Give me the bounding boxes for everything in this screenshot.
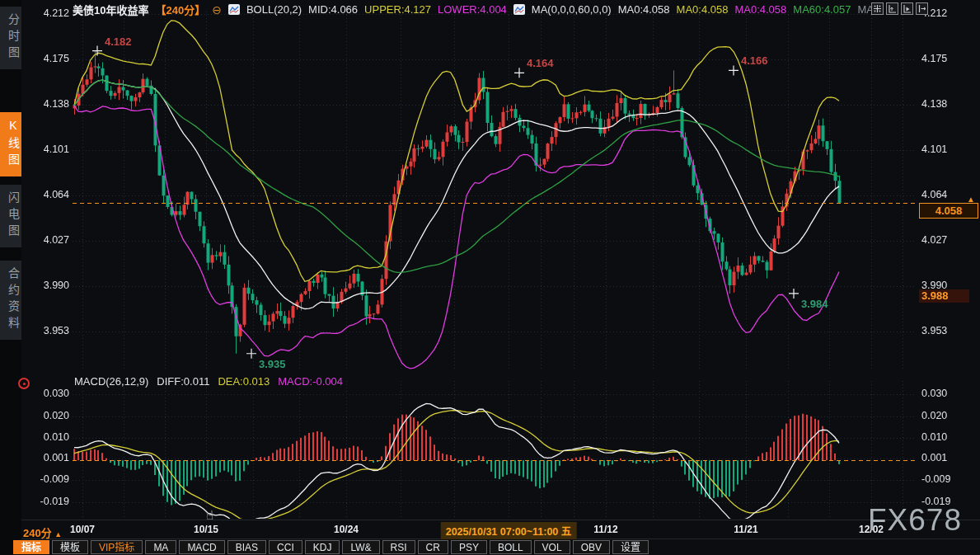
time-tick: 12/02 bbox=[859, 524, 884, 535]
time-tick: 10/07 bbox=[70, 524, 95, 535]
time-tick: 10/15 bbox=[194, 524, 218, 535]
sidebar-item-4[interactable]: 合约资料 bbox=[0, 261, 21, 340]
sidebar: 分时图K线图闪电图合约资料 bbox=[0, 0, 21, 555]
divider-above-time-axis bbox=[21, 520, 980, 520]
boll-lower-value: LOWER:4.004 bbox=[438, 3, 507, 16]
price-tick-right: 4.175 bbox=[921, 53, 947, 64]
toolbar-tab-PSY[interactable]: PSY bbox=[451, 540, 487, 554]
toolbar-tab-LW&[interactable]: LW& bbox=[342, 540, 379, 554]
price-tick-right: 4.101 bbox=[921, 143, 947, 155]
toolbar-tab-KDJ[interactable]: KDJ bbox=[305, 540, 340, 554]
time-tick: 11/21 bbox=[734, 524, 757, 535]
ma60-value: MA60:4.057 bbox=[793, 3, 851, 16]
macd-params-label: MACD(26,12,9) bbox=[74, 375, 148, 388]
time-tick: 10/24 bbox=[334, 524, 359, 535]
toolbar-tab-设置[interactable]: 设置 bbox=[612, 540, 649, 554]
macd-tick-right: -0.009 bbox=[921, 473, 950, 485]
macd-tick-right: -0.019 bbox=[921, 496, 950, 507]
toolbar-tab-VOL[interactable]: VOL bbox=[534, 540, 570, 554]
price-tick-left: 4.064 bbox=[28, 189, 69, 200]
price-tick-right: 4.138 bbox=[921, 98, 947, 110]
price-tick-left: 4.027 bbox=[28, 234, 69, 246]
macd-tick-left: 0.030 bbox=[28, 388, 69, 399]
sidebar-item-1[interactable]: 分时图 bbox=[0, 7, 21, 69]
time-tick: 11/12 bbox=[593, 524, 617, 535]
chart-header: 美债10年收益率 【240分】 ⊖ BOLL(20,2) MID:4.066 U… bbox=[73, 2, 883, 17]
session-time-badge: 2025/10/31 07:00~11:00 五 bbox=[441, 522, 577, 539]
price-tick-right: 3.953 bbox=[921, 325, 947, 336]
chart-tool-icons bbox=[871, 2, 928, 15]
macd-dea-value: DEA:0.013 bbox=[218, 375, 270, 388]
ma-params-label: MA(0,0,0,60,0,0) bbox=[532, 3, 612, 16]
macd-tick-left: 0.020 bbox=[28, 410, 69, 421]
toolbar-tab-模板[interactable]: 模板 bbox=[52, 540, 88, 554]
macd-tick-left: -0.019 bbox=[28, 496, 69, 507]
macd-tick-left: 0.010 bbox=[28, 431, 69, 443]
price-tick-left: 3.953 bbox=[28, 325, 69, 336]
price-tick-left: 3.990 bbox=[28, 280, 69, 291]
chart-canvas[interactable] bbox=[0, 0, 980, 555]
boll-mid-value: MID:4.066 bbox=[308, 3, 358, 16]
instrument-title: 美债10年收益率 bbox=[73, 2, 148, 17]
time-axis: 2025/10/31 07:00~11:00 五 10/0710/1510/24… bbox=[0, 521, 980, 538]
price-tick-left: 4.101 bbox=[28, 143, 69, 155]
price-tick-left: 4.138 bbox=[28, 98, 69, 110]
price-annotation: 4.164 bbox=[527, 57, 554, 69]
session-low-badge: 3.988 bbox=[919, 289, 969, 303]
macd-tick-right: 0.020 bbox=[921, 410, 947, 421]
sidebar-item-2[interactable]: K线图 bbox=[0, 112, 21, 176]
toolbar-tab-指标[interactable]: 指标 bbox=[13, 540, 49, 554]
ma0-yellow-value: MA0:4.058 bbox=[677, 3, 729, 16]
price-annotation: 4.182 bbox=[105, 35, 132, 48]
macd-tick-right: 0.030 bbox=[921, 388, 947, 399]
macd-value: MACD:-0.004 bbox=[278, 375, 343, 388]
boll-upper-value: UPPER:4.127 bbox=[364, 3, 431, 16]
macd-tick-right: 0.001 bbox=[921, 452, 947, 463]
price-tick-left: 4.212 bbox=[28, 7, 69, 19]
price-annotation: 3.935 bbox=[259, 358, 286, 370]
toolbar-tab-VIP指标[interactable]: VIP指标 bbox=[91, 540, 143, 554]
toolbar-tab-BIAS[interactable]: BIAS bbox=[227, 540, 266, 554]
app-root: 分时图K线图闪电图合约资料 美债10年收益率 【240分】 ⊖ BOLL(20,… bbox=[0, 0, 980, 555]
macd-header: MACD(26,12,9) DIFF:0.011 DEA:0.013 MACD:… bbox=[74, 375, 343, 388]
sidebar-item-3[interactable]: 闪电图 bbox=[0, 185, 21, 247]
price-tick-left: 4.175 bbox=[28, 53, 69, 64]
period-tag[interactable]: 【240分】 bbox=[155, 2, 205, 17]
price-annotation: 3.984 bbox=[801, 298, 828, 310]
toolbar-tab-RSI[interactable]: RSI bbox=[382, 540, 415, 554]
price-tick-right: 4.027 bbox=[921, 234, 947, 246]
ma0-white-value: MA0:4.058 bbox=[618, 3, 670, 16]
axis-shift-icon[interactable] bbox=[916, 2, 928, 15]
indicator-toolbar: 指标模板VIP指标MAMACDBIASCCIKDJLW&RSICRPSYBOLL… bbox=[13, 540, 649, 554]
axis-zoom-icon[interactable] bbox=[886, 2, 898, 15]
macd-tick-left: -0.009 bbox=[28, 473, 69, 485]
macd-tick-right: 0.010 bbox=[921, 431, 947, 443]
macd-tick-left: 0.001 bbox=[28, 452, 69, 463]
toolbar-tab-OBV[interactable]: OBV bbox=[573, 540, 610, 554]
toolbar-tab-MA[interactable]: MA bbox=[145, 540, 176, 554]
price-annotation: 4.166 bbox=[741, 54, 768, 67]
collapse-icon[interactable]: ⊖ bbox=[212, 4, 222, 16]
toolbar-tab-MACD[interactable]: MACD bbox=[179, 540, 224, 554]
ma0-magenta-value: MA0:4.058 bbox=[734, 3, 786, 16]
price-up-arrow-icon: ▲ bbox=[967, 195, 975, 204]
price-tick-right: 4.064 bbox=[921, 189, 947, 200]
pan-move-icon[interactable] bbox=[871, 2, 884, 15]
macd-diff-value: DIFF:0.011 bbox=[157, 375, 209, 388]
boll-label: BOLL(20,2) bbox=[246, 3, 302, 16]
current-price-badge: 4.058 bbox=[919, 203, 978, 219]
toolbar-tab-CCI[interactable]: CCI bbox=[269, 540, 302, 554]
footer-period-label[interactable]: 240分 ▲ bbox=[23, 524, 62, 540]
toolbar-tab-CR[interactable]: CR bbox=[418, 540, 448, 554]
toolbar-tab-BOLL[interactable]: BOLL bbox=[490, 540, 532, 554]
ma-indicator-icon[interactable] bbox=[513, 4, 525, 15]
alert-dot-icon[interactable] bbox=[18, 378, 30, 389]
boll-indicator-icon[interactable] bbox=[228, 4, 240, 15]
axis-play-icon[interactable] bbox=[901, 2, 913, 15]
